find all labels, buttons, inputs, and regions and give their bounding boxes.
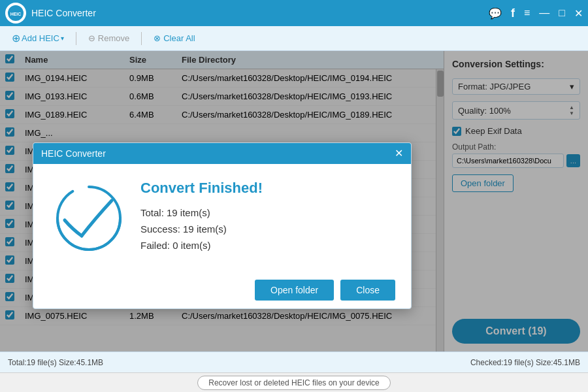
remove-icon: ⊖: [88, 33, 95, 43]
modal-header: HEIC Converter ✕: [33, 143, 411, 164]
clear-all-label: Clear All: [163, 33, 195, 43]
facebook-icon[interactable]: f: [511, 7, 515, 20]
remove-label: Remove: [98, 33, 129, 43]
modal-heading: Convert Finished!: [140, 180, 391, 197]
modal-body: Convert Finished! Total: 19 item(s) Succ…: [33, 164, 411, 272]
close-icon[interactable]: ✕: [574, 7, 583, 20]
chat-icon[interactable]: 💬: [489, 7, 502, 20]
clear-icon: ⊗: [154, 33, 161, 43]
status-right: Checked:19 file(s) Size:45.1MB: [470, 358, 580, 367]
modal-content: Convert Finished! Total: 19 item(s) Succ…: [140, 180, 391, 256]
status-bar: Total:19 file(s) Size:45.1MB Checked:19 …: [0, 351, 588, 372]
modal-total: Total: 19 item(s): [140, 207, 391, 218]
modal-close-button[interactable]: ✕: [395, 148, 403, 159]
clear-all-button[interactable]: ⊗ Clear All: [147, 31, 201, 46]
maximize-icon[interactable]: □: [559, 7, 565, 19]
status-left: Total:19 file(s) Size:45.1MB: [8, 358, 103, 367]
remove-button[interactable]: ⊖ Remove: [82, 31, 136, 46]
dropdown-arrow-icon: ▾: [61, 35, 64, 42]
recover-link[interactable]: Recover lost or deleted HEIC files on yo…: [197, 376, 390, 390]
add-icon: ⊕: [12, 32, 20, 44]
toolbar-separator-2: [141, 32, 142, 45]
toolbar: ⊕ Add HEIC ▾ ⊖ Remove ⊗ Clear All: [0, 26, 588, 51]
modal-footer: Open folder Close: [33, 272, 411, 308]
add-heic-button[interactable]: ⊕ Add HEIC ▾: [5, 29, 71, 47]
svg-text:HEIC: HEIC: [10, 12, 22, 16]
main-area: Name Size File Directory IMG_0194.HEIC 0…: [0, 51, 588, 351]
window-controls: 💬 f ≡ — □ ✕: [489, 7, 583, 20]
app-window: HEIC HEIC Converter 💬 f ≡ — □ ✕ ⊕ Add HE…: [0, 0, 588, 392]
modal-overlay: HEIC Converter ✕ Convert: [0, 51, 588, 351]
modal-title: HEIC Converter: [41, 148, 106, 159]
modal-close-button-footer[interactable]: Close: [340, 280, 395, 301]
app-logo: HEIC: [5, 3, 26, 24]
content-area: ⊕ Add HEIC ▾ ⊖ Remove ⊗ Clear All Name: [0, 26, 588, 392]
success-icon: [53, 182, 125, 254]
minimize-icon[interactable]: —: [539, 7, 549, 19]
modal-success: Success: 19 item(s): [140, 223, 391, 235]
modal-open-folder-button[interactable]: Open folder: [255, 280, 334, 301]
toolbar-separator-1: [76, 32, 76, 45]
app-title: HEIC Converter: [31, 8, 489, 18]
menu-icon[interactable]: ≡: [524, 7, 530, 19]
modal-dialog: HEIC Converter ✕ Convert: [33, 142, 412, 309]
title-bar: HEIC HEIC Converter 💬 f ≡ — □ ✕: [0, 0, 588, 26]
bottom-bar: Recover lost or deleted HEIC files on yo…: [0, 372, 588, 392]
modal-failed: Failed: 0 item(s): [140, 240, 391, 251]
add-heic-label: Add HEIC: [22, 33, 59, 43]
